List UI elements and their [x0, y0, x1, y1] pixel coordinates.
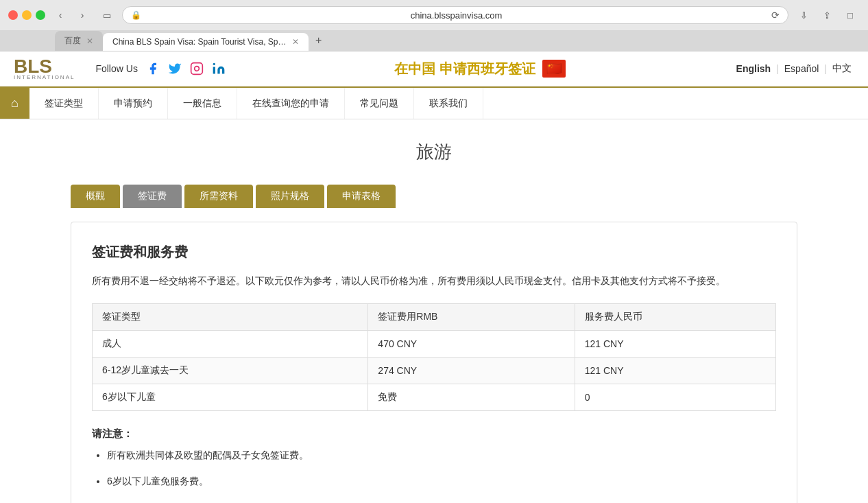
- download-button[interactable]: ⇩: [794, 5, 813, 25]
- logo-intl-text: INTERNATIONAL: [14, 75, 75, 80]
- tab-bls-close[interactable]: ✕: [292, 37, 299, 47]
- table-header-service-fee: 服务费人民币: [575, 304, 775, 331]
- forward-button[interactable]: ›: [73, 5, 92, 25]
- table-cell-visa_fee: 274 CNY: [368, 358, 575, 384]
- table-row: 6-12岁儿童减去一天274 CNY121 CNY: [93, 358, 776, 384]
- tab-application-form[interactable]: 申请表格: [327, 185, 396, 208]
- table-cell-visa_fee: 470 CNY: [368, 331, 575, 358]
- table-cell-type: 6-12岁儿童减去一天: [93, 358, 368, 384]
- instagram-icon[interactable]: [189, 60, 205, 77]
- svg-point-3: [213, 63, 215, 65]
- fee-table: 签证类型 签证费用RMB 服务费人民币 成人470 CNY121 CNY6-12…: [92, 303, 776, 411]
- notice-item: 6岁以下儿童免服务费。: [107, 473, 776, 490]
- china-flag: 🇨🇳: [542, 60, 566, 78]
- site-logo: BLS INTERNATIONAL: [14, 57, 75, 80]
- logo-bls-text: BLS: [14, 57, 75, 76]
- nav-appointment[interactable]: 申请预约: [99, 88, 168, 119]
- tab-baidu-close[interactable]: ✕: [86, 36, 93, 46]
- svg-rect-2: [213, 67, 215, 74]
- table-header-type: 签证类型: [93, 304, 368, 331]
- table-row: 6岁以下儿童免费0: [93, 384, 776, 411]
- table-cell-service_fee: 121 CNY: [575, 358, 775, 384]
- follow-us-label: Follow Us: [95, 63, 137, 74]
- maximize-button[interactable]: [36, 10, 45, 20]
- main-nav: ⌂ 签证类型 申请预约 一般信息 在线查询您的申请 常见问题 联系我们: [0, 86, 868, 119]
- traffic-lights[interactable]: [8, 10, 45, 20]
- table-header-visa-fee: 签证费用RMB: [368, 304, 575, 331]
- main-content: 旅游 概觀 签证费 所需资料 照片规格 申请表格 签证费和服务费 所有费用不退一…: [57, 119, 811, 503]
- minimize-button[interactable]: [22, 10, 32, 20]
- tab-overview[interactable]: 概觀: [71, 185, 120, 208]
- url-input[interactable]: [145, 10, 767, 21]
- table-cell-type: 6岁以下儿童: [93, 384, 368, 411]
- twitter-icon[interactable]: [167, 60, 183, 77]
- table-cell-service_fee: 121 CNY: [575, 331, 775, 358]
- lang-english[interactable]: English: [734, 62, 774, 75]
- lang-chinese[interactable]: 中文: [830, 61, 854, 76]
- content-panel: 签证费和服务费 所有费用不退一经交纳将不予退还。以下欧元仅作为参考，请以人民币价…: [71, 222, 797, 503]
- svg-rect-0: [191, 63, 203, 75]
- tab-baidu-label: 百度: [64, 35, 81, 47]
- lang-espanol[interactable]: Español: [782, 62, 822, 75]
- nav-contact[interactable]: 联系我们: [414, 88, 483, 119]
- tab-photo-specs[interactable]: 照片规格: [256, 185, 324, 208]
- table-cell-service_fee: 0: [575, 384, 775, 411]
- tab-bls[interactable]: China BLS Spain Visa: Spain Tourist Visa…: [103, 33, 309, 51]
- tab-requirements[interactable]: 所需资料: [184, 185, 253, 208]
- header-tagline-text: 在中国 申请西班牙签证: [394, 60, 535, 78]
- share-button[interactable]: ⇪: [817, 5, 836, 25]
- notice-paragraph: 所有费用不退一经交纳将不予退还。以下欧元仅作为参考，请以人民币价格为准，所有费用…: [92, 272, 776, 290]
- facebook-icon[interactable]: [145, 60, 161, 77]
- content-tabs: 概觀 签证费 所需资料 照片规格 申请表格: [71, 185, 797, 208]
- language-switcher: English | Español | 中文: [734, 61, 854, 76]
- close-button[interactable]: [8, 10, 18, 20]
- tab-visa-fee[interactable]: 签证费: [123, 185, 182, 208]
- nav-home-button[interactable]: ⌂: [0, 88, 29, 119]
- linkedin-icon[interactable]: [210, 60, 227, 77]
- table-cell-type: 成人: [93, 331, 368, 358]
- page-title: 旅游: [71, 140, 797, 164]
- tab-baidu[interactable]: 百度 ✕: [55, 31, 103, 51]
- notice-section: 请注意： 所有欧洲共同体及欧盟的配偶及子女免签证费。6岁以下儿童免服务费。: [92, 428, 776, 490]
- tab-bls-label: China BLS Spain Visa: Spain Tourist Visa…: [112, 37, 287, 47]
- notice-list: 所有欧洲共同体及欧盟的配偶及子女免签证费。6岁以下儿童免服务费。: [92, 447, 776, 490]
- follow-us-section: Follow Us: [95, 60, 226, 77]
- table-row: 成人470 CNY121 CNY: [93, 331, 776, 358]
- fullscreen-button[interactable]: □: [841, 5, 860, 25]
- back-button[interactable]: ‹: [51, 5, 70, 25]
- notice-item: 所有欧洲共同体及欧盟的配偶及子女免签证费。: [107, 447, 776, 464]
- notice-title: 请注意：: [92, 428, 776, 441]
- reading-mode-button[interactable]: ▭: [97, 5, 117, 25]
- reload-button[interactable]: ⟳: [771, 10, 780, 21]
- nav-track-application[interactable]: 在线查询您的申请: [237, 88, 345, 119]
- lock-icon: 🔒: [131, 10, 141, 20]
- nav-faq[interactable]: 常见问题: [345, 88, 414, 119]
- table-cell-visa_fee: 免费: [368, 384, 575, 411]
- nav-general-info[interactable]: 一般信息: [168, 88, 237, 119]
- nav-visa-types[interactable]: 签证类型: [29, 88, 99, 119]
- new-tab-button[interactable]: +: [309, 30, 328, 51]
- section-title: 签证费和服务费: [92, 243, 776, 261]
- header-tagline-area: 在中国 申请西班牙签证 🇨🇳: [241, 60, 720, 78]
